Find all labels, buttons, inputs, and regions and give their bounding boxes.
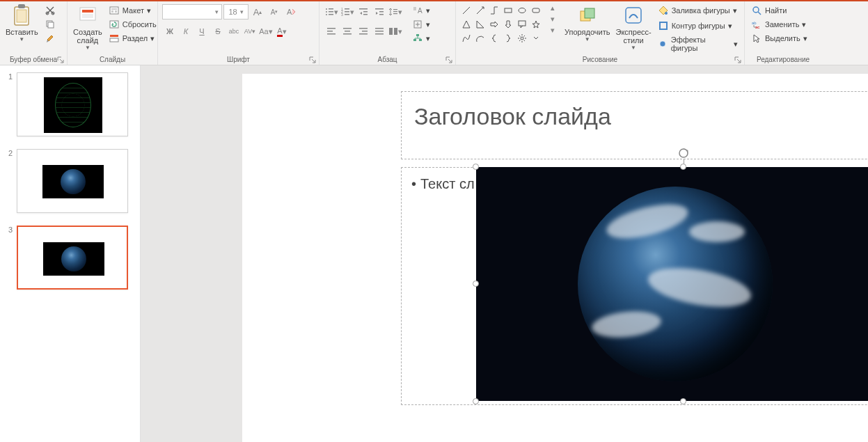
shape-line-icon	[460, 4, 473, 17]
svg-rect-61	[532, 8, 539, 13]
thumbnail-row[interactable]: 3	[4, 226, 136, 290]
decrease-indent-button[interactable]	[356, 4, 371, 19]
reset-icon	[109, 19, 120, 30]
thumbnail-2[interactable]	[17, 149, 128, 213]
svg-point-20	[326, 11, 327, 13]
format-painter-button[interactable]	[42, 32, 58, 45]
dialog-launcher-icon[interactable]	[445, 56, 452, 63]
svg-text:A: A	[287, 8, 292, 16]
new-slide-label: Создать слайд	[73, 28, 102, 45]
svg-text:A: A	[418, 7, 423, 15]
shape-outline-button[interactable]: Контур фигуры ▾	[656, 19, 740, 32]
text-direction-icon: IIA	[412, 5, 423, 16]
thumbnail-number: 3	[4, 226, 13, 290]
change-case-button[interactable]: Aa▾	[258, 24, 274, 39]
convert-smartart-button[interactable]: ▾	[410, 32, 432, 45]
svg-rect-36	[393, 9, 397, 10]
text-direction-button[interactable]: IIA▾	[410, 4, 432, 17]
section-button[interactable]: Раздел ▾	[106, 32, 159, 45]
shape-arrow-icon	[474, 4, 487, 17]
numbering-button[interactable]: 123▾	[340, 4, 355, 19]
title-placeholder[interactable]: Заголовок слайда	[401, 91, 868, 159]
align-left-button[interactable]	[324, 24, 339, 39]
thumbnail-row[interactable]: 1	[4, 72, 136, 136]
gallery-more-button[interactable]: ▾	[545, 25, 560, 35]
svg-text:3: 3	[341, 13, 343, 17]
rotation-handle-icon[interactable]	[678, 148, 689, 159]
caret-down-icon: ▾	[150, 34, 155, 43]
dialog-launcher-icon[interactable]	[309, 56, 316, 63]
resize-handle[interactable]	[473, 164, 479, 170]
svg-rect-6	[48, 22, 54, 28]
dialog-launcher-icon[interactable]	[57, 56, 64, 63]
font-color-button[interactable]: A▾	[274, 24, 290, 39]
svg-rect-8	[82, 10, 93, 13]
line-spacing-button[interactable]: ▾	[388, 4, 403, 19]
replace-button[interactable]: abac Заменить ▾	[749, 18, 810, 31]
underline-button[interactable]: Ч	[194, 24, 210, 39]
reset-button[interactable]: Сбросить	[106, 18, 159, 31]
italic-button[interactable]: К	[178, 24, 194, 39]
svg-point-60	[519, 8, 526, 13]
shape-outline-label: Контур фигуры	[672, 22, 725, 30]
shape-fill-button[interactable]: Заливка фигуры ▾	[656, 4, 740, 17]
increase-indent-button[interactable]	[372, 4, 387, 19]
arrange-button[interactable]: Упорядочить ▼	[562, 3, 613, 44]
shape-arrow-down-icon	[502, 18, 514, 31]
cut-button[interactable]	[42, 4, 58, 17]
ribbon-group-clipboard: Вставить ▼	[0, 1, 68, 65]
effects-icon	[658, 38, 668, 49]
ribbon: Вставить ▼	[0, 1, 868, 65]
selected-image[interactable]	[476, 167, 868, 401]
thumbnail-image	[44, 77, 102, 133]
svg-rect-47	[359, 33, 368, 35]
thumbnail-1[interactable]	[17, 72, 128, 136]
svg-rect-13	[115, 10, 117, 13]
align-right-button[interactable]	[356, 24, 371, 39]
resize-handle[interactable]	[473, 398, 479, 404]
svg-rect-58	[419, 39, 422, 41]
align-justify-button[interactable]	[372, 24, 387, 39]
copy-button[interactable]	[42, 18, 58, 31]
shape-curve-icon	[460, 32, 473, 45]
increase-font-button[interactable]: A▴	[250, 4, 265, 19]
font-size-input[interactable]: 18▾	[223, 4, 248, 19]
quick-styles-button[interactable]: Экспресс- стили ▼	[613, 3, 654, 52]
paste-button[interactable]: Вставить ▼	[3, 3, 41, 44]
quick-styles-label: Экспресс- стили	[615, 28, 651, 45]
layout-button[interactable]: Макет ▾	[106, 4, 159, 17]
shape-roundrect-icon	[530, 4, 542, 17]
resize-handle[interactable]	[473, 281, 479, 287]
align-text-button[interactable]: ▾	[410, 18, 432, 31]
select-button[interactable]: Выделить ▾	[749, 32, 810, 45]
char-spacing-button[interactable]: AV▾	[242, 24, 258, 39]
find-button[interactable]: Найти	[749, 4, 810, 17]
bold-button[interactable]: Ж	[162, 24, 177, 39]
resize-handle[interactable]	[680, 398, 686, 404]
new-slide-button[interactable]: Создать слайд ▼	[70, 3, 105, 52]
svg-rect-68	[660, 22, 667, 29]
thumbnail-3[interactable]	[17, 226, 128, 290]
svg-rect-50	[375, 33, 384, 35]
bullets-button[interactable]: ▾	[324, 4, 339, 19]
svg-rect-30	[359, 8, 368, 10]
ribbon-group-label: Абзац	[319, 56, 455, 65]
resize-handle[interactable]	[680, 164, 686, 170]
columns-button[interactable]: ▾	[388, 24, 403, 39]
strikethrough-button[interactable]: S	[210, 24, 226, 39]
dialog-launcher-icon[interactable]	[734, 56, 741, 63]
svg-rect-62	[519, 21, 526, 26]
text-shadow-button[interactable]: abc	[226, 24, 242, 39]
shapes-gallery[interactable]	[459, 3, 544, 46]
decrease-font-button[interactable]: A▾	[267, 4, 282, 19]
thumbnail-row[interactable]: 2	[4, 149, 136, 213]
gallery-prev-button[interactable]: ▴	[545, 3, 560, 13]
shape-effects-button[interactable]: Эффекты фигуры ▾	[656, 35, 740, 53]
slide-canvas-area[interactable]: Заголовок слайда •Текст сл	[141, 65, 868, 442]
clear-formatting-button[interactable]: A	[283, 4, 299, 19]
ribbon-group-label: Буфер обмена	[0, 56, 67, 65]
align-center-button[interactable]	[340, 24, 355, 39]
svg-point-71	[753, 7, 759, 13]
gallery-next-button[interactable]: ▾	[545, 14, 560, 24]
font-family-input[interactable]: ▾	[162, 4, 222, 19]
